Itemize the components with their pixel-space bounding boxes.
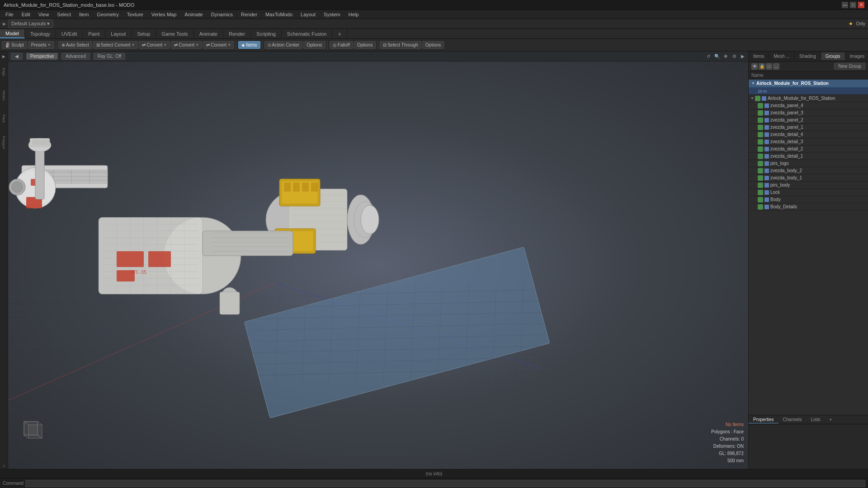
menu-edit[interactable]: Edit — [18, 11, 34, 18]
group-render-icon[interactable]: □ — [766, 63, 772, 70]
tree-item-10[interactable]: zvezda_body_2 — [749, 167, 868, 174]
visibility-icon-8[interactable] — [758, 154, 763, 159]
menu-geometry[interactable]: Geometry — [93, 11, 122, 18]
tree-item-13[interactable]: Lock — [749, 189, 868, 196]
tree-item-2[interactable]: zvezda_panel_3 — [749, 109, 868, 117]
visibility-icon-15[interactable] — [758, 204, 763, 210]
advanced-button[interactable]: Advanced — [61, 53, 90, 60]
group-more-icon[interactable]: … — [773, 63, 779, 70]
menu-maxtomodo[interactable]: MaxToModo — [262, 11, 296, 18]
visibility-icon-9[interactable] — [758, 161, 763, 166]
tree-item-8[interactable]: zvezda_detail_1 — [749, 153, 868, 160]
visibility-icon-11[interactable] — [758, 175, 763, 181]
tab-add[interactable]: + — [332, 29, 347, 39]
tab-paint[interactable]: Paint — [83, 30, 105, 38]
visibility-icon-14[interactable] — [758, 197, 763, 202]
tab-images[interactable]: Images — [845, 52, 868, 60]
tab-scripting[interactable]: Scripting — [251, 30, 282, 38]
convert-2-button[interactable]: ⇄ Convert ▼ — [171, 41, 202, 49]
command-input[interactable] — [25, 480, 865, 487]
left-icon-polygon[interactable]: Polygon — [1, 131, 7, 154]
select-convert-button[interactable]: ⊞ Select Convert ▼ — [93, 41, 138, 49]
maximize-button[interactable]: □ — [850, 2, 856, 8]
menu-help[interactable]: Help — [345, 11, 363, 18]
tab-shading[interactable]: Shading — [795, 52, 821, 60]
props-tab-add[interactable]: + — [825, 416, 836, 423]
select-through-button[interactable]: ⊟ Select Through — [380, 41, 421, 49]
tab-groups[interactable]: Groups — [821, 52, 845, 60]
tab-animate[interactable]: Animate — [194, 30, 223, 38]
tree-item-9[interactable]: pirs_logo — [749, 160, 868, 167]
visibility-icon-5[interactable] — [758, 132, 763, 137]
auto-select-button[interactable]: ⊕ Auto Select — [58, 41, 92, 49]
menu-layout[interactable]: Layout — [297, 11, 319, 18]
tab-topology[interactable]: Topology — [25, 30, 56, 38]
left-icon-vertex[interactable]: Vertex — [1, 84, 7, 107]
menu-dynamics[interactable]: Dynamics — [208, 11, 236, 18]
props-tab-channels[interactable]: Channels — [778, 416, 807, 423]
group-root-item[interactable]: ▼ Airlock_Module_for_ROS_Station — [749, 80, 868, 88]
tree-item-5[interactable]: zvezda_detail_4 — [749, 131, 868, 138]
tab-mesh[interactable]: Mesh ... — [769, 52, 795, 60]
orbit-control[interactable]: ↺ — [705, 52, 712, 60]
minimize-button[interactable]: — — [842, 2, 848, 8]
visibility-icon-1[interactable] — [758, 103, 763, 108]
menu-render[interactable]: Render — [237, 11, 261, 18]
presets-button[interactable]: Presets ▼ — [28, 41, 54, 49]
tab-schematic[interactable]: Schematic Fusion — [282, 30, 332, 38]
tab-uvedit[interactable]: UVEdit — [56, 30, 83, 38]
menu-select[interactable]: Select — [53, 11, 75, 18]
sculpt-button[interactable]: 🗿 Sculpt — [2, 41, 27, 49]
tab-render[interactable]: Render — [223, 30, 251, 38]
tab-setup[interactable]: Setup — [132, 30, 156, 38]
tab-gametools[interactable]: Game Tools — [156, 30, 194, 38]
options-1-button[interactable]: Options — [303, 41, 325, 49]
visibility-icon-7[interactable] — [758, 146, 763, 152]
props-tab-lists[interactable]: Lists — [807, 416, 825, 423]
group-eye-icon[interactable]: 👁 — [751, 63, 758, 70]
tree-item-4[interactable]: zvezda_panel_1 — [749, 124, 868, 131]
tree-item-0[interactable]: ▼ Airlock_Module_for_ROS_Station — [749, 95, 868, 102]
visibility-icon-10[interactable] — [758, 168, 763, 174]
tree-item-3[interactable]: zvezda_panel_2 — [749, 117, 868, 124]
visibility-icon-2[interactable] — [758, 110, 763, 116]
menu-item[interactable]: Item — [75, 11, 92, 18]
visibility-icon-12[interactable] — [758, 183, 763, 188]
convert-3-button[interactable]: ⇄ Convert ▼ — [203, 41, 234, 49]
props-tab-properties[interactable]: Properties — [749, 416, 778, 423]
tree-item-15[interactable]: Body_Details — [749, 203, 868, 211]
visibility-icon-13[interactable] — [758, 190, 763, 195]
visibility-icon-3[interactable] — [758, 117, 763, 123]
raygl-button[interactable]: Ray GL: Off — [94, 53, 126, 60]
tree-item-1[interactable]: zvezda_panel_4 — [749, 102, 868, 109]
left-icon-select[interactable]: ▶ — [1, 53, 7, 60]
items-button[interactable]: ◈ Items — [238, 41, 260, 49]
menu-animate[interactable]: Animate — [181, 11, 206, 18]
options-3-button[interactable]: Options — [422, 41, 444, 49]
menu-texture[interactable]: Texture — [123, 11, 147, 18]
tab-layout[interactable]: Layout — [105, 30, 132, 38]
tab-model[interactable]: Model — [0, 29, 25, 38]
tree-item-6[interactable]: zvezda_detail_3 — [749, 138, 868, 145]
new-group-button[interactable]: New Group — [834, 63, 865, 70]
visibility-icon-0[interactable] — [755, 96, 760, 101]
tree-item-11[interactable]: zvezda_body_1 — [749, 174, 868, 182]
action-center-button[interactable]: ⊙ Action Center — [264, 41, 303, 49]
prev-view-button[interactable]: ◀ — [11, 53, 23, 60]
options-2-button[interactable]: Options — [354, 41, 376, 49]
falloff-button[interactable]: ◎ Falloff — [330, 41, 353, 49]
perspective-button[interactable]: Perspective — [26, 53, 58, 60]
menu-system[interactable]: System — [320, 11, 344, 18]
tree-item-12[interactable]: pirs_body — [749, 182, 868, 189]
menu-file[interactable]: File — [2, 11, 17, 18]
zoom-control[interactable]: 🔍 — [713, 52, 721, 60]
menu-vertexmap[interactable]: Vertex Map — [148, 11, 180, 18]
visibility-icon-4[interactable] — [758, 125, 763, 130]
render-control[interactable]: ▶ — [739, 52, 746, 60]
close-button[interactable]: ✕ — [858, 2, 864, 8]
tab-items[interactable]: Items — [749, 52, 769, 60]
visibility-icon-6[interactable] — [758, 139, 763, 145]
left-icon-face[interactable]: Face — [1, 108, 7, 130]
tree-item-14[interactable]: Body — [749, 196, 868, 203]
tree-item-7[interactable]: zvezda_detail_2 — [749, 145, 868, 153]
